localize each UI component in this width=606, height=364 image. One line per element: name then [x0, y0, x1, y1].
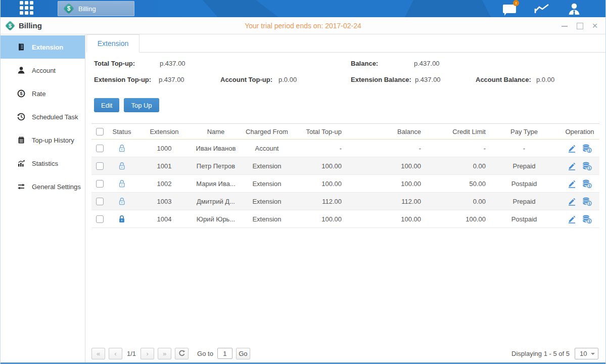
topup-coins-icon[interactable]: $ — [582, 197, 592, 206]
cell-balance: - — [344, 145, 424, 152]
table-row: 1000 Иван Иванов Account - - - - $ — [91, 140, 599, 157]
page-size-value: 10 — [580, 350, 587, 357]
row-checkbox[interactable] — [96, 215, 104, 223]
column-header-pay-type[interactable]: Pay Type — [488, 128, 560, 135]
sidebar-item-label: Account — [32, 67, 56, 74]
minimize-icon[interactable] — [561, 22, 568, 29]
last-page-button[interactable]: » — [158, 348, 171, 359]
cell-name: Петр Петров — [193, 162, 239, 170]
svg-text:$: $ — [588, 184, 590, 188]
column-header-credit-limit[interactable]: Credit Limit — [424, 128, 488, 135]
taskbar-item-billing[interactable]: $ Billing — [58, 1, 134, 16]
cell-name: Дмитрий Д... — [193, 198, 239, 205]
trial-notice: Your trial period ends on: 2017-02-24 — [1, 22, 605, 30]
cell-total-topup: 100.00 — [295, 162, 344, 170]
pagination-bar: « ‹ 1/1 › » Go to Go Displaying 1 - 5 of… — [91, 347, 598, 360]
sidebar-item-rate[interactable]: $ Rate — [1, 82, 85, 105]
topup-coins-icon[interactable]: $ — [582, 215, 592, 223]
apps-grid-icon[interactable] — [20, 1, 35, 16]
next-page-button[interactable]: › — [141, 348, 154, 359]
user-account-icon[interactable] — [566, 1, 583, 16]
column-header-total-topup[interactable]: Total Top-up — [295, 128, 344, 135]
sidebar-item-topup-history[interactable]: Top-up History — [1, 128, 85, 152]
column-header-charged-from[interactable]: Charged From — [239, 128, 295, 135]
cell-charged-from: Extension — [239, 180, 295, 188]
cell-credit-limit: 0.00 — [424, 162, 488, 170]
cell-charged-from: Extension — [239, 215, 295, 223]
summary-row-2: Extension Top-up: p.437.00 Account Top-u… — [85, 76, 605, 86]
maximize-icon[interactable] — [576, 22, 583, 29]
svg-text:$: $ — [588, 148, 590, 152]
sidebar-item-label: Statistics — [32, 160, 58, 167]
edit-pencil-icon[interactable] — [568, 197, 576, 206]
row-checkbox[interactable] — [96, 180, 104, 188]
sidebar-item-statistics[interactable]: Statistics — [1, 152, 85, 175]
svg-text:$: $ — [588, 201, 590, 205]
sidebar-item-account[interactable]: Account — [1, 59, 85, 82]
account-balance-value: p.0.00 — [536, 76, 554, 83]
page-size-dropdown[interactable]: 10 — [575, 348, 598, 359]
topup-coins-icon[interactable]: $ — [582, 162, 592, 170]
cell-total-topup: 100.00 — [295, 215, 344, 223]
cell-credit-limit: 0.00 — [424, 198, 488, 205]
extension-balance-value: p.437.00 — [415, 76, 441, 83]
cell-extension: 1002 — [136, 180, 193, 188]
balance-value: p.437.00 — [414, 60, 440, 67]
total-topup-value: p.437.00 — [160, 60, 185, 67]
cell-extension: 1001 — [136, 162, 193, 170]
table-row: 1002 Мария Ива... Extension 100.00 100.0… — [91, 175, 599, 193]
billing-diamond-dollar-icon: $ — [5, 20, 16, 31]
go-button[interactable]: Go — [236, 348, 250, 359]
status-unlocked-icon — [118, 144, 126, 153]
column-header-balance[interactable]: Balance — [344, 128, 424, 135]
line-chart-icon[interactable] — [533, 1, 550, 16]
tab-extension[interactable]: Extension — [86, 34, 139, 53]
cell-credit-limit: - — [424, 145, 488, 152]
cell-balance: 100.00 — [344, 215, 424, 223]
edit-pencil-icon[interactable] — [568, 215, 576, 223]
cell-credit-limit: 50.00 — [424, 180, 488, 188]
goto-page-input[interactable] — [217, 348, 232, 359]
close-icon[interactable]: × — [591, 22, 598, 29]
row-checkbox[interactable] — [96, 145, 104, 152]
table-row: 1001 Петр Петров Extension 100.00 100.00… — [91, 157, 599, 175]
row-checkbox[interactable] — [96, 198, 104, 205]
column-header-status[interactable]: Status — [108, 128, 136, 135]
edit-pencil-icon[interactable] — [568, 162, 576, 170]
account-topup-label: Account Top-up: — [220, 76, 272, 83]
cell-charged-from: Extension — [239, 162, 295, 170]
column-header-extension[interactable]: Extension — [136, 128, 193, 135]
table-row: 1004 Юрий Юрь... Extension 100.00 100.00… — [91, 210, 599, 228]
cell-charged-from: Account — [239, 145, 295, 152]
main-content: Extension Total Top-up: p.437.00 Balance… — [85, 34, 605, 363]
cell-total-topup: 112.00 — [295, 198, 344, 205]
refresh-icon[interactable] — [175, 348, 189, 359]
desktop-topbar: $ Billing ! — [1, 0, 605, 17]
cell-name: Мария Ива... — [193, 180, 239, 188]
sidebar-item-extension[interactable]: Extension — [1, 35, 85, 59]
sidebar-item-general-settings[interactable]: General Settings — [1, 175, 85, 198]
prev-page-button[interactable]: ‹ — [109, 348, 122, 359]
topup-coins-icon[interactable]: $ — [582, 144, 592, 153]
sidebar-item-scheduled-task[interactable]: Scheduled Task — [1, 105, 85, 128]
cell-extension: 1003 — [136, 198, 193, 205]
select-all-checkbox[interactable] — [96, 128, 104, 135]
cell-name: Юрий Юрь... — [193, 215, 239, 223]
table-body: 1000 Иван Иванов Account - - - - $ 1001 … — [91, 140, 599, 228]
column-header-name[interactable]: Name — [193, 128, 239, 135]
row-checkbox[interactable] — [96, 162, 104, 170]
topup-coins-icon[interactable]: $ — [582, 179, 592, 188]
column-header-operation[interactable]: Operation — [560, 128, 599, 135]
cell-balance: 100.00 — [344, 162, 424, 170]
sidebar-item-label: Scheduled Task — [32, 113, 78, 121]
cell-pay-type: Prepaid — [488, 162, 560, 170]
table-row: 1003 Дмитрий Д... Extension 112.00 112.0… — [91, 193, 599, 210]
first-page-button[interactable]: « — [91, 348, 105, 359]
edit-pencil-icon[interactable] — [568, 179, 576, 188]
topup-button[interactable]: Top Up — [124, 98, 159, 112]
chat-notification-icon[interactable]: ! — [501, 1, 518, 16]
status-locked-icon — [118, 214, 126, 223]
edit-pencil-icon[interactable] — [568, 144, 576, 153]
window-title: Billing — [19, 21, 42, 30]
edit-button[interactable]: Edit — [94, 98, 119, 112]
